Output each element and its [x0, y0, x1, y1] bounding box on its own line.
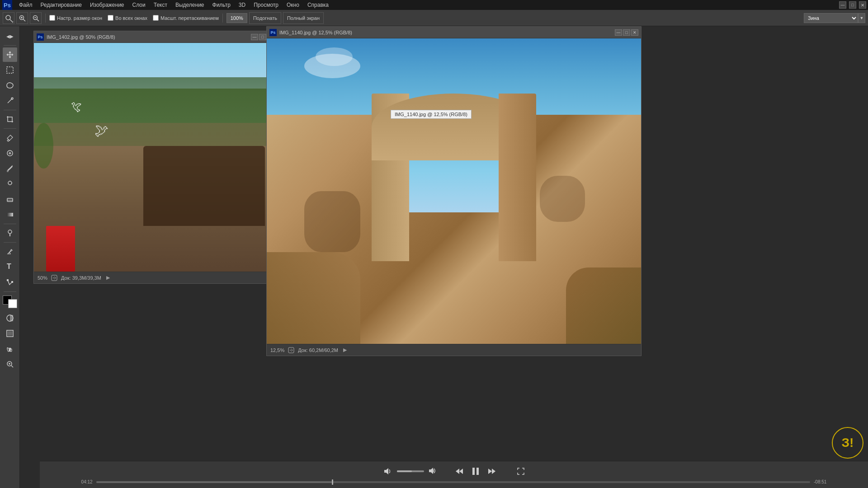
zoom-tool[interactable] — [3, 357, 17, 371]
lasso-tool[interactable] — [3, 78, 17, 93]
doc-1-ps-icon: Ps — [37, 33, 44, 41]
menu-view[interactable]: Просмотр — [250, 1, 282, 9]
path-tool[interactable] — [3, 275, 17, 290]
doc-1-maximize[interactable]: □ — [259, 34, 266, 40]
doc-1-canvas: 🕊 🕊 — [34, 43, 277, 272]
menu-help[interactable]: Справка — [304, 1, 332, 9]
doc-2-ps-icon: Ps — [269, 29, 277, 36]
pause-button[interactable] — [469, 465, 482, 478]
screen-mode-button[interactable] — [3, 326, 17, 341]
svg-rect-38 — [472, 468, 475, 475]
pen-tool[interactable] — [3, 244, 17, 259]
vsekh-checkbox-label[interactable]: Во всех окнах — [108, 15, 147, 21]
eraser-tool[interactable] — [3, 192, 17, 206]
doc-2-titlebar[interactable]: Ps IMG_1140.jpg @ 12,5% (RGB/8) — □ ✕ — [267, 27, 641, 38]
tool-separator3 — [4, 128, 16, 129]
doc-2-zoom: 12,5% — [270, 347, 284, 353]
marquee-tool[interactable] — [3, 63, 17, 77]
tool-separator4 — [4, 224, 16, 224]
masht-checkbox-label[interactable]: Масшт. перетаскиванием — [153, 15, 219, 21]
gradient-tool[interactable] — [3, 207, 17, 222]
menu-filter[interactable]: Фильтр — [209, 1, 234, 9]
doc-2-share-icon — [288, 347, 294, 353]
timeline-track[interactable] — [96, 481, 810, 483]
svg-rect-39 — [476, 468, 479, 475]
fit-button[interactable]: Подогнать — [249, 12, 281, 24]
crop-tool[interactable] — [3, 112, 17, 127]
doc-2-info: Док: 60,2М/60,2М — [298, 347, 338, 353]
heal-tool[interactable] — [3, 146, 17, 160]
volume-icon-right — [428, 467, 437, 476]
doc-2-title: IMG_1140.jpg @ 12,5% (RGB/8) — [279, 30, 612, 35]
maximize-button[interactable]: □ — [849, 1, 856, 9]
tools-panel: ◀▶ — [0, 26, 20, 488]
menu-file[interactable]: Файл — [15, 1, 36, 9]
wand-tool[interactable] — [3, 94, 17, 108]
video-button-row — [381, 465, 527, 478]
dodge-tool[interactable] — [3, 226, 17, 240]
svg-line-31 — [11, 366, 13, 367]
menu-edit[interactable]: Редактирование — [37, 1, 85, 9]
doc-1-share-icon — [51, 275, 57, 281]
menu-layers[interactable]: Слои — [129, 1, 149, 9]
volume-slider[interactable] — [397, 470, 424, 472]
doc-1-arrow[interactable]: ▶ — [105, 275, 111, 281]
document-window-1: Ps IMG_1402.jpg @ 50% (RGB/8) — □ ✕ — [33, 31, 278, 284]
menu-text[interactable]: Текст — [150, 1, 171, 9]
doc-1-statusbar: 50% Док: 39,3М/39,3М ▶ — [34, 272, 277, 283]
app-logo: Ps — [2, 0, 13, 10]
svg-line-9 — [37, 19, 39, 21]
zoom-in-button[interactable] — [16, 12, 28, 24]
nastr-checkbox[interactable] — [49, 15, 55, 21]
rewind-button[interactable] — [453, 465, 466, 478]
masht-checkbox[interactable] — [153, 15, 159, 21]
menu-3d[interactable]: 3D — [235, 1, 249, 9]
background-color[interactable] — [8, 299, 17, 308]
brush-tool[interactable] — [3, 161, 17, 176]
forward-button[interactable] — [486, 465, 498, 478]
canvas-area: Ps IMG_1402.jpg @ 50% (RGB/8) — □ ✕ — [20, 26, 868, 488]
doc-1-zoom: 50% — [38, 275, 47, 281]
time-current: 04:12 — [81, 479, 93, 484]
resize-icon[interactable] — [514, 465, 527, 478]
quick-mask-button[interactable] — [3, 311, 17, 325]
doc-1-title: IMG_1402.jpg @ 50% (RGB/8) — [47, 34, 248, 40]
text-tool[interactable]: T — [3, 260, 17, 274]
menu-select[interactable]: Выделение — [172, 1, 208, 9]
menu-window[interactable]: Окно — [283, 1, 303, 9]
hand-tool[interactable] — [3, 342, 17, 356]
menu-image[interactable]: Изображение — [86, 1, 128, 9]
user-dropdown[interactable]: Зина — [804, 13, 858, 23]
doc-1-titlebar[interactable]: Ps IMG_1402.jpg @ 50% (RGB/8) — □ ✕ — [34, 31, 277, 43]
doc-2-maximize[interactable]: □ — [623, 29, 630, 36]
vsekh-checkbox[interactable] — [108, 15, 113, 21]
zoom-out-button[interactable] — [30, 12, 42, 24]
menu-bar: Ps Файл Редактирование Изображение Слои … — [0, 0, 868, 10]
color-swatches[interactable] — [3, 296, 17, 308]
pigeon-2: 🕊 — [94, 122, 109, 139]
move-tool[interactable] — [3, 47, 17, 62]
svg-point-15 — [7, 170, 9, 172]
zoom-tool-button[interactable]: ▼ — [3, 12, 14, 24]
doc-1-minimize[interactable]: — — [251, 34, 258, 40]
dropdown-arrow-icon[interactable]: ▼ — [858, 13, 865, 23]
svg-rect-11 — [7, 67, 13, 73]
eyedropper-tool[interactable] — [3, 131, 17, 145]
pigeon-1: 🕊 — [69, 99, 82, 114]
svg-point-2 — [6, 15, 10, 20]
close-button[interactable]: ✕ — [859, 1, 866, 9]
doc-2-canvas — [267, 38, 641, 344]
volume-icon[interactable] — [381, 465, 393, 478]
nastr-checkbox-label[interactable]: Настр. размер окон — [49, 15, 102, 21]
doc-2-close[interactable]: ✕ — [631, 29, 638, 36]
svg-marker-41 — [492, 469, 495, 474]
fullscreen-button[interactable]: Полный экран — [283, 12, 324, 24]
clone-tool[interactable] — [3, 177, 17, 191]
separator — [45, 14, 46, 23]
tool-separator — [4, 45, 16, 46]
video-timeline: 04:12 -08:51 — [81, 479, 827, 484]
doc-2-arrow[interactable]: ▶ — [342, 347, 348, 353]
tools-expand-button[interactable]: ◀▶ — [3, 29, 17, 43]
minimize-button[interactable]: — — [839, 1, 846, 9]
doc-2-minimize[interactable]: — — [615, 29, 622, 36]
